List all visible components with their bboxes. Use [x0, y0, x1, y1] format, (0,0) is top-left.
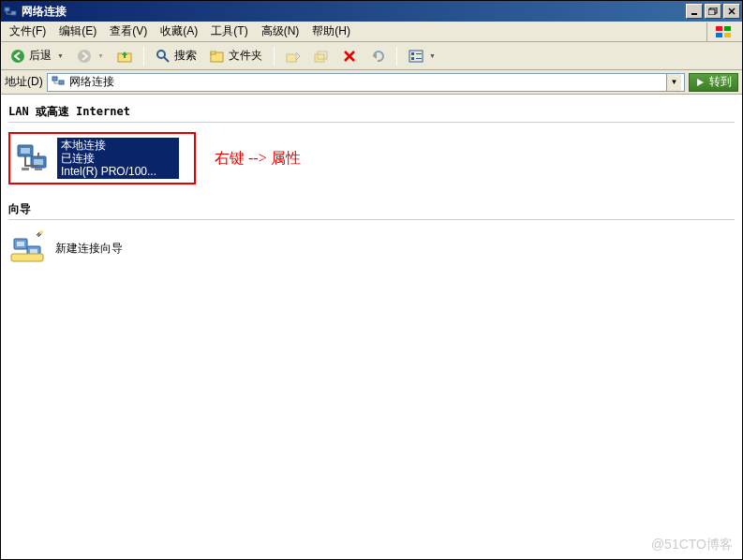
forward-icon — [77, 49, 92, 64]
svg-point-10 — [78, 50, 91, 63]
undo-button[interactable] — [364, 45, 391, 67]
chevron-down-icon: ▼ — [429, 52, 436, 59]
separator — [143, 47, 144, 66]
menu-help[interactable]: 帮助(H) — [305, 22, 357, 41]
move-to-icon — [286, 49, 301, 64]
wizard-label: 新建连接向导 — [55, 241, 123, 257]
menu-tools[interactable]: 工具(T) — [204, 22, 254, 41]
menu-advanced[interactable]: 高级(N) — [255, 22, 306, 41]
go-arrow-icon — [695, 77, 706, 88]
title-bar: 网络连接 — [1, 1, 742, 22]
folder-up-icon — [117, 49, 132, 64]
windows-flag-icon — [706, 22, 740, 41]
content-area: LAN 或高速 Internet 本地连接 已连接 Intel(R) PRO/1… — [1, 95, 742, 559]
go-button[interactable]: 转到 — [689, 73, 738, 92]
folders-icon — [210, 49, 225, 64]
address-value: 网络连接 — [69, 74, 662, 90]
svg-rect-0 — [5, 7, 9, 11]
svg-rect-26 — [21, 148, 30, 154]
menu-bar: 文件(F) 编辑(E) 查看(V) 收藏(A) 工具(T) 高级(N) 帮助(H… — [1, 22, 742, 42]
svg-rect-34 — [30, 249, 37, 254]
menu-view[interactable]: 查看(V) — [103, 22, 154, 41]
separator — [396, 47, 397, 66]
address-icon — [51, 73, 66, 91]
local-connection-item[interactable]: 本地连接 已连接 Intel(R) PRO/100... — [8, 132, 196, 184]
app-icon — [3, 4, 18, 19]
svg-rect-32 — [17, 242, 24, 246]
connection-status: 已连接 — [61, 152, 175, 165]
svg-rect-8 — [724, 33, 731, 37]
svg-rect-21 — [416, 53, 422, 54]
move-to-button[interactable] — [280, 45, 306, 67]
svg-rect-2 — [691, 13, 697, 15]
svg-rect-19 — [411, 52, 414, 55]
connection-device: Intel(R) PRO/100... — [61, 165, 175, 178]
watermark: @51CTO博客 — [651, 537, 733, 553]
menu-edit[interactable]: 编辑(E) — [52, 22, 103, 41]
svg-rect-6 — [724, 26, 731, 31]
svg-rect-16 — [315, 54, 324, 62]
wizard-icon — [8, 229, 46, 267]
svg-rect-7 — [716, 33, 722, 37]
views-button[interactable]: ▼ — [403, 45, 441, 67]
search-label: 搜索 — [174, 48, 197, 64]
svg-rect-22 — [416, 58, 422, 59]
svg-rect-15 — [287, 54, 296, 62]
svg-rect-5 — [716, 26, 722, 31]
svg-rect-29 — [22, 168, 29, 170]
connection-label: 本地连接 已连接 Intel(R) PRO/100... — [57, 138, 179, 179]
svg-point-12 — [157, 51, 165, 58]
svg-rect-28 — [34, 159, 43, 165]
back-icon — [10, 49, 25, 64]
svg-rect-20 — [411, 57, 414, 60]
close-button[interactable] — [723, 4, 740, 19]
undo-icon — [370, 49, 385, 64]
network-connection-icon — [14, 140, 52, 177]
delete-button[interactable] — [336, 45, 363, 67]
connection-name: 本地连接 — [61, 139, 175, 152]
forward-button[interactable]: ▼ — [71, 45, 110, 67]
back-button[interactable]: 后退 ▼ — [5, 45, 69, 67]
svg-rect-14 — [211, 52, 215, 54]
go-label: 转到 — [709, 74, 732, 90]
chevron-down-icon: ▼ — [97, 52, 104, 59]
menu-file[interactable]: 文件(F) — [3, 22, 52, 41]
back-label: 后退 — [29, 48, 52, 64]
group-wizard-header: 向导 — [8, 201, 735, 220]
address-label: 地址(D) — [5, 74, 43, 90]
copy-to-icon — [314, 49, 329, 64]
svg-point-36 — [39, 230, 43, 234]
address-bar: 地址(D) 网络连接 ▼ 转到 — [1, 70, 742, 95]
up-button[interactable] — [111, 45, 138, 67]
search-icon — [156, 49, 171, 64]
connection-row: 本地连接 已连接 Intel(R) PRO/100... 右键 --> 属性 — [8, 132, 735, 184]
svg-rect-35 — [11, 254, 43, 261]
restore-button[interactable] — [705, 4, 721, 19]
address-input[interactable]: 网络连接 ▼ — [47, 73, 685, 92]
folders-label: 文件夹 — [229, 48, 262, 64]
window-title: 网络连接 — [22, 4, 684, 20]
minimize-button[interactable] — [686, 4, 703, 19]
svg-rect-4 — [708, 9, 715, 15]
address-dropdown-icon[interactable]: ▼ — [666, 74, 681, 91]
copy-to-button[interactable] — [308, 45, 334, 67]
separator — [274, 47, 275, 66]
new-connection-wizard-item[interactable]: 新建连接向导 — [8, 229, 735, 267]
svg-rect-30 — [35, 168, 42, 170]
svg-point-9 — [11, 50, 24, 63]
search-button[interactable]: 搜索 — [150, 45, 202, 67]
annotation-text: 右键 --> 属性 — [215, 149, 301, 169]
views-icon — [409, 49, 424, 64]
group-lan-header: LAN 或高速 Internet — [8, 104, 735, 123]
delete-icon — [342, 49, 357, 64]
chevron-down-icon: ▼ — [57, 52, 64, 59]
toolbar: 后退 ▼ ▼ 搜索 文件夹 — [1, 42, 742, 70]
svg-rect-23 — [52, 77, 57, 81]
folders-button[interactable]: 文件夹 — [204, 45, 268, 67]
menu-favorites[interactable]: 收藏(A) — [154, 22, 204, 41]
svg-rect-18 — [409, 51, 423, 62]
